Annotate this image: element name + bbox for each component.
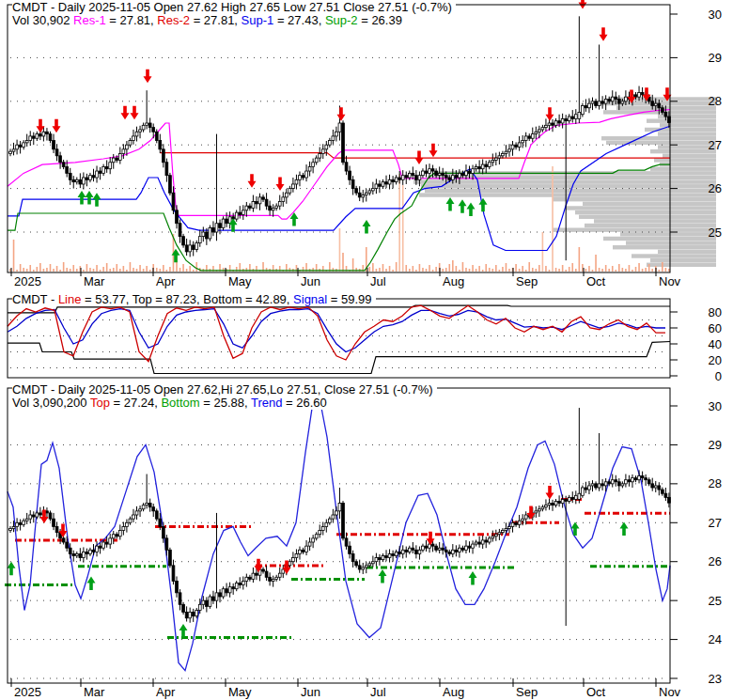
volume-bar [96, 265, 98, 272]
volume-bar [37, 267, 39, 272]
cycle-panel-chart: 30292827262524232025MarAprMayJunJulAugSe… [0, 385, 733, 700]
volume-bar [465, 268, 467, 272]
candle-body [109, 163, 112, 169]
volume-bar [565, 270, 567, 272]
cycle-indicator-part-6: = 26.60 [282, 396, 326, 410]
candle-body [328, 519, 331, 522]
volume-bar [662, 262, 663, 272]
cycle-indicator-part-2: = 27.24, [110, 396, 162, 410]
signal-line [8, 309, 665, 352]
candle-body [481, 164, 484, 169]
candle-body [272, 208, 274, 210]
candle-body [332, 515, 335, 519]
candle-body [295, 179, 298, 184]
candle-body [105, 166, 108, 168]
candle-body [468, 171, 471, 173]
candle-body [414, 176, 417, 180]
candle-body [385, 556, 388, 558]
volume-bar [469, 269, 471, 272]
volume-bar [143, 269, 145, 272]
candle-body [658, 486, 661, 490]
candle-body [588, 103, 591, 108]
volume-bar [659, 270, 661, 272]
candle-body [55, 149, 58, 156]
candle-body [146, 123, 148, 125]
candle-body [475, 166, 477, 168]
candle-body [152, 128, 155, 132]
y-axis-label: 28 [709, 94, 722, 108]
candle-body [245, 577, 248, 581]
candle-body [99, 546, 101, 548]
candle-body [62, 538, 65, 542]
candle-body [349, 171, 351, 179]
candle-body [351, 553, 354, 561]
candle-body [429, 169, 431, 174]
candle-body [62, 163, 65, 167]
candle-body [248, 206, 251, 208]
candle-body [505, 529, 507, 531]
candle-body [465, 546, 468, 550]
candle-body [425, 546, 428, 548]
candle-body [23, 521, 25, 524]
price-indicator-part-2: = 27.81, [106, 13, 158, 27]
volume-bar [59, 270, 61, 272]
signal-arrow-down-icon [276, 177, 285, 191]
candle-body [498, 533, 501, 535]
y-axis-label: 24 [709, 632, 722, 646]
candle-body [634, 95, 637, 97]
candle-body [425, 171, 428, 173]
candle-body [431, 169, 434, 171]
y-axis-label: 27 [709, 138, 722, 152]
candle-body [252, 573, 255, 579]
volume-profile-bar [658, 132, 716, 135]
candle-body [96, 171, 99, 178]
candle-body [518, 521, 521, 524]
candle-body [355, 189, 358, 194]
candle-body [55, 526, 58, 532]
volume-profile-bar [647, 263, 716, 267]
candle-body [641, 476, 644, 478]
y-axis-label: 0 [715, 369, 722, 383]
candle-body [9, 529, 12, 531]
candle-body [212, 227, 215, 232]
candle-body [195, 243, 198, 250]
candle-body [408, 173, 411, 178]
month-label: Oct [586, 274, 606, 288]
candle-body [488, 538, 491, 542]
volume-bar [489, 268, 491, 272]
candle-body [118, 531, 121, 537]
candle-body [448, 178, 451, 179]
candle-body [325, 522, 328, 526]
month-label: May [228, 274, 252, 288]
y-axis-label: 60 [709, 321, 722, 335]
candle-body [651, 484, 654, 488]
candle-body [641, 93, 644, 95]
volume-bar [102, 267, 104, 272]
candle-body [451, 176, 454, 180]
candle-body [485, 540, 488, 542]
volume-bar [615, 270, 616, 272]
volume-bar [20, 264, 22, 272]
volume-bar [146, 266, 148, 272]
candle-body [142, 125, 145, 130]
candle-body [455, 550, 458, 552]
candle-body [531, 134, 534, 139]
volume-bar [83, 270, 85, 272]
candle-body [92, 550, 95, 552]
candle-body [269, 577, 272, 581]
candle-body [19, 145, 22, 147]
candle-body [49, 134, 52, 141]
month-label: Jul [370, 685, 386, 699]
candle-body [574, 495, 577, 499]
y-axis-label: 30 [709, 399, 722, 413]
candle-body [9, 151, 12, 153]
candle-body [591, 101, 594, 103]
candle-body [664, 112, 667, 117]
candle-body [661, 108, 663, 113]
candle-body [568, 497, 570, 501]
candle-body [538, 130, 540, 132]
candle-body [392, 553, 395, 555]
volume-profile-bar [428, 176, 716, 179]
candle-body [461, 173, 464, 175]
month-label: Nov [659, 274, 681, 288]
